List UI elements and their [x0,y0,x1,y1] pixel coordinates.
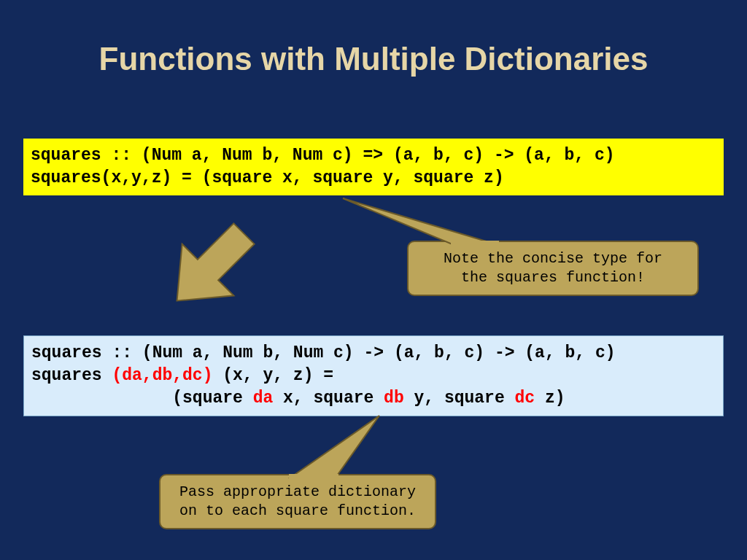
code-seg-highlight: dc [515,389,535,408]
code-seg-highlight: (da,db,dc) [112,366,212,385]
code-seg: y, square [404,389,515,408]
code-seg: x, square [273,389,384,408]
code-line: squares(x,y,z) = (square x, square y, sq… [31,168,504,187]
callout-tail-icon [290,416,379,478]
code-line: squares :: (Num a, Num b, Num c) => (a, … [31,146,615,165]
code-seg: (square [31,389,253,408]
code-seg-highlight: da [253,389,274,408]
code-block-translated: squares :: (Num a, Num b, Num c) -> (a, … [23,335,724,416]
callout-tail-icon [343,198,496,244]
code-line: squares :: (Num a, Num b, Num c) -> (a, … [31,343,616,362]
code-seg: squares [31,366,112,385]
callout-note-dictionary: Pass appropriate dictionaryon to each sq… [159,474,436,529]
code-seg: z) [535,389,565,408]
code-seg-highlight: db [384,389,404,408]
code-seg: (x, y, z) = [212,366,333,385]
slide-title: Functions with Multiple Dictionaries [0,0,747,77]
callout-note-type: Note the concise type forthe squares fun… [407,241,699,296]
svg-marker-2 [151,208,270,327]
code-block-source: squares :: (Num a, Num b, Num c) => (a, … [23,139,724,195]
